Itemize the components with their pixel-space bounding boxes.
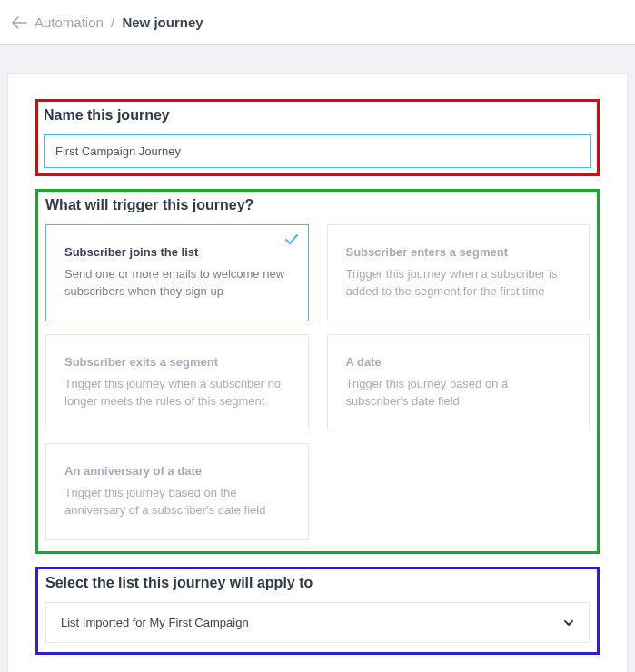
- breadcrumb-parent[interactable]: Automation: [35, 15, 104, 30]
- list-select-value: List Imported for My First Campaign: [61, 616, 249, 629]
- back-arrow-icon[interactable]: [11, 16, 27, 29]
- name-section: Name this journey: [35, 99, 600, 176]
- trigger-section: What will trigger this journey? Subscrib…: [35, 189, 600, 554]
- trigger-option-desc: Trigger this journey based on a subscrib…: [346, 376, 571, 410]
- trigger-option-desc: Send one or more emails to welcome new s…: [64, 266, 290, 301]
- trigger-option-exits-segment[interactable]: Subscriber exits a segment Trigger this …: [45, 334, 309, 431]
- breadcrumb-bar: Automation / New journey: [0, 0, 635, 45]
- trigger-option-enters-segment[interactable]: Subscriber enters a segment Trigger this…: [327, 224, 590, 321]
- trigger-option-desc: Trigger this journey when a subscriber n…: [64, 376, 290, 410]
- journey-name-input[interactable]: [44, 134, 591, 168]
- trigger-option-desc: Trigger this journey when a subscriber i…: [346, 266, 571, 301]
- breadcrumb: Automation / New journey: [35, 15, 203, 30]
- list-select[interactable]: List Imported for My First Campaign: [45, 602, 590, 643]
- trigger-option-anniversary[interactable]: An anniversary of a date Trigger this jo…: [45, 443, 309, 540]
- chevron-down-icon: [563, 616, 574, 629]
- trigger-option-title: Subscriber exits a segment: [64, 355, 290, 369]
- trigger-option-desc: Trigger this journey based on the annive…: [64, 485, 290, 519]
- trigger-option-title: Subscriber joins the list: [64, 245, 290, 259]
- check-icon: [284, 231, 299, 252]
- trigger-option-joins-list[interactable]: Subscriber joins the list Send one or mo…: [45, 224, 309, 321]
- breadcrumb-separator: /: [111, 15, 114, 30]
- trigger-option-title: An anniversary of a date: [64, 464, 290, 478]
- list-section: Select the list this journey will apply …: [35, 567, 600, 655]
- trigger-option-title: Subscriber enters a segment: [346, 245, 571, 259]
- trigger-option-a-date[interactable]: A date Trigger this journey based on a s…: [327, 334, 590, 431]
- name-section-title: Name this journey: [44, 107, 591, 124]
- breadcrumb-current: New journey: [122, 15, 203, 30]
- journey-form-card: Name this journey What will trigger this…: [7, 73, 628, 672]
- trigger-option-title: A date: [346, 355, 571, 369]
- list-section-title: Select the list this journey will apply …: [45, 575, 590, 591]
- trigger-section-title: What will trigger this journey?: [45, 197, 590, 213]
